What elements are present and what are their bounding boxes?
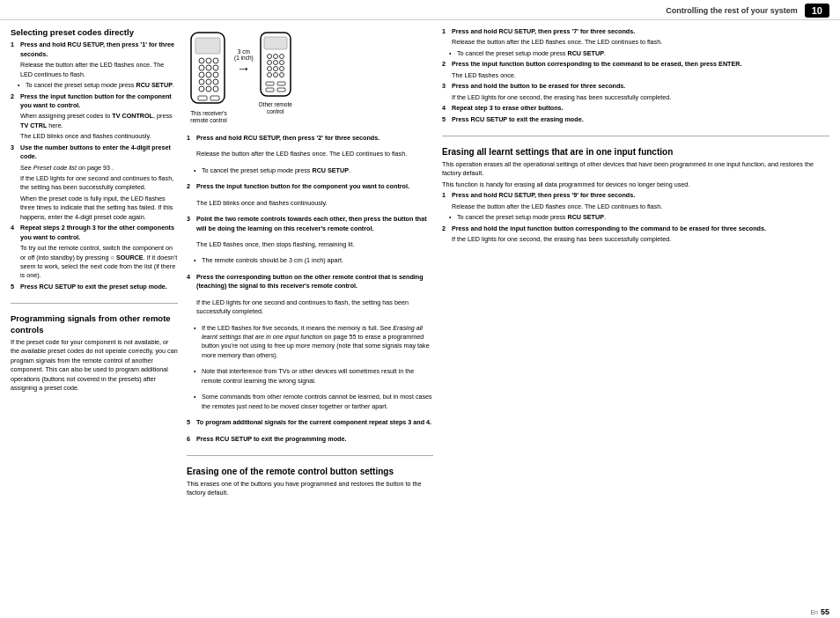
m-step-num-5: 5 bbox=[187, 418, 194, 427]
m-bullet-1: • If the LED flashes for five seconds, i… bbox=[187, 324, 433, 361]
step-2-detail: When assigning preset codes to TV CONTRO… bbox=[11, 112, 178, 130]
r-step-5: 5 Press RCU SETUP to exit the erasing mo… bbox=[442, 115, 829, 124]
svg-point-25 bbox=[273, 61, 277, 65]
r-step-text-1: Press and hold RCU SETUP, then press '7'… bbox=[452, 27, 635, 36]
right-remote-svg bbox=[257, 31, 294, 101]
svg-point-5 bbox=[199, 65, 204, 70]
svg-rect-36 bbox=[277, 88, 285, 92]
right-remote: Other remotecontrol bbox=[257, 31, 294, 116]
m-step-num-6: 6 bbox=[187, 435, 194, 444]
section-erase-all: Erasing all learnt settings that are in … bbox=[442, 146, 829, 246]
svg-point-22 bbox=[273, 55, 277, 59]
left-column: Selecting preset codes directly 1 Press … bbox=[11, 27, 178, 602]
right-remote-label: Other remotecontrol bbox=[259, 101, 292, 116]
r2-step-num-2: 2 bbox=[442, 224, 449, 233]
divider-right bbox=[442, 136, 829, 136]
m-step-text-5: To program additional signals for the cu… bbox=[196, 418, 431, 427]
r2-step-2-detail: If the LED lights for one second, the er… bbox=[442, 235, 829, 244]
m-step-text-2: Press the input function button for the … bbox=[196, 182, 409, 191]
step-3-detail3: When the preset code is fully input, the… bbox=[11, 195, 178, 222]
svg-rect-33 bbox=[266, 82, 274, 85]
step-1-detail: Release the button after the LED flashes… bbox=[11, 61, 178, 79]
r-step-1-detail: Release the button after the LED flashes… bbox=[442, 38, 829, 47]
svg-point-30 bbox=[267, 73, 271, 77]
r-step-1-bullet: • To cancel the preset setup mode press … bbox=[442, 49, 829, 58]
left-remote: This receiver'sremote control bbox=[187, 31, 231, 125]
m-step-5: 5 To program additional signals for the … bbox=[187, 418, 433, 427]
header: Controlling the rest of your system 10 bbox=[0, 0, 840, 20]
step-num-5: 5 bbox=[11, 283, 18, 291]
r-step-text-2: Press the input function button correspo… bbox=[452, 60, 741, 69]
r2-step-text-1: Press and hold RCU SETUP, then press '9'… bbox=[452, 191, 635, 200]
svg-rect-18 bbox=[210, 96, 219, 100]
main-content: Selecting preset codes directly 1 Press … bbox=[0, 20, 840, 606]
erase-one-steps: 1 Press and hold RCU SETUP, then press '… bbox=[442, 27, 829, 126]
svg-point-3 bbox=[206, 58, 211, 63]
m-bullet-2: • Note that interference from TVs or oth… bbox=[187, 367, 433, 386]
r-step-text-3: Press and hold the button to be erased f… bbox=[452, 82, 625, 91]
page-number-footer: 55 bbox=[821, 607, 829, 616]
arrow-label-group: 3 cm(1 inch) → bbox=[234, 31, 254, 77]
m-step-text-6: Press RCU SETUP to exit the programming … bbox=[196, 435, 346, 444]
step-4-detail: To try out the remote control, switch th… bbox=[11, 244, 178, 281]
step-num-2: 2 bbox=[11, 92, 18, 111]
svg-point-11 bbox=[199, 79, 204, 85]
arrow-icon: → bbox=[237, 61, 251, 77]
m-step-text-4: Press the corresponding button on the ot… bbox=[196, 273, 433, 291]
r-step-num-5: 5 bbox=[442, 115, 449, 124]
section-erase-one-mid: Erasing one of the remote control button… bbox=[187, 466, 433, 500]
svg-point-32 bbox=[279, 73, 284, 77]
step-num-1: 1 bbox=[11, 40, 18, 59]
step-5: 5 Press RCU SETUP to exit the preset set… bbox=[11, 283, 178, 291]
svg-point-26 bbox=[279, 61, 284, 65]
svg-rect-34 bbox=[277, 82, 285, 85]
svg-point-27 bbox=[267, 67, 271, 71]
step-2: 2 Press the input function button for th… bbox=[11, 92, 178, 111]
r-step-4: 4 Repeat step 3 to erase other buttons. bbox=[442, 104, 829, 113]
step-2-detail2: The LED blinks once and flashes continuo… bbox=[11, 132, 178, 141]
svg-point-12 bbox=[206, 79, 211, 85]
dim-label: 3 cm(1 inch) bbox=[234, 48, 254, 61]
svg-point-9 bbox=[206, 72, 211, 77]
footer: En 55 bbox=[0, 606, 840, 618]
r-step-2: 2 Press the input function button corres… bbox=[442, 60, 829, 69]
step-1-bullet: • To cancel the preset setup mode press … bbox=[11, 81, 178, 90]
m-step-6: 6 Press RCU SETUP to exit the programmin… bbox=[187, 435, 433, 444]
m-step-num-2: 2 bbox=[187, 182, 194, 191]
left-remote-svg bbox=[187, 31, 231, 110]
r2-step-2: 2 Press and hold the input function butt… bbox=[442, 224, 829, 233]
right-column: 1 Press and hold RCU SETUP, then press '… bbox=[442, 27, 829, 602]
r2-step-1-bullet: • To cancel the preset setup mode press … bbox=[442, 213, 829, 222]
m-step-4: 4 Press the corresponding button on the … bbox=[187, 273, 433, 291]
r-step-3: 3 Press and hold the button to be erased… bbox=[442, 82, 829, 91]
m-step-1-bullet: • To cancel the preset setup mode press … bbox=[187, 166, 433, 175]
step-text-5: Press RCU SETUP to exit the preset setup… bbox=[20, 283, 167, 291]
svg-point-31 bbox=[273, 73, 277, 77]
m-step-num-1: 1 bbox=[187, 134, 194, 143]
svg-point-14 bbox=[199, 86, 204, 92]
step-1: 1 Press and hold RCU SETUP, then press '… bbox=[11, 40, 178, 59]
m-step-3-bullet: • The remote controls should be 3 cm (1 … bbox=[187, 256, 433, 265]
r2-step-1: 1 Press and hold RCU SETUP, then press '… bbox=[442, 191, 829, 200]
r-step-num-3: 3 bbox=[442, 82, 449, 91]
svg-point-28 bbox=[273, 67, 277, 71]
section-title-erase-all: Erasing all learnt settings that are in … bbox=[442, 146, 829, 158]
header-title: Controlling the rest of your system bbox=[666, 6, 798, 15]
svg-rect-35 bbox=[266, 88, 274, 92]
section-title-erase-one: Erasing one of the remote control button… bbox=[187, 466, 433, 477]
header-title-area: Controlling the rest of your system 10 bbox=[666, 4, 829, 18]
step-1-bullet-text: To cancel the preset setup mode press RC… bbox=[26, 81, 174, 90]
step-3: 3 Use the number buttons to enter the 4-… bbox=[11, 143, 178, 162]
svg-point-8 bbox=[199, 72, 204, 77]
svg-point-6 bbox=[206, 65, 211, 70]
m-step-text-3: Point the two remote controls towards ea… bbox=[196, 215, 433, 233]
step-text-4: Repeat steps 2 through 3 for the other c… bbox=[20, 224, 178, 242]
svg-rect-17 bbox=[198, 96, 207, 100]
r-step-3-detail: If the LED lights for one second, the er… bbox=[442, 93, 829, 102]
r-step-num-4: 4 bbox=[442, 104, 449, 113]
r-step-text-4: Repeat step 3 to erase other buttons. bbox=[452, 104, 564, 113]
step-num-4: 4 bbox=[11, 224, 18, 242]
en-label: En bbox=[810, 609, 818, 615]
m-step-num-4: 4 bbox=[187, 273, 194, 291]
section-title-selecting: Selecting preset codes directly bbox=[11, 27, 178, 38]
